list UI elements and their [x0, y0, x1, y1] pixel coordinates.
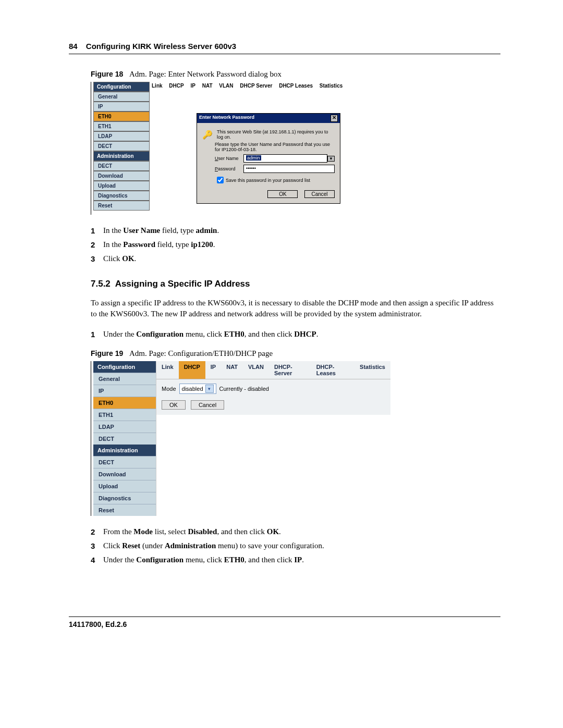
sidebar-item-eth0[interactable]: ETH0 — [93, 397, 156, 409]
tab-statistics[interactable]: Statistics — [354, 361, 390, 379]
step-text: Click OK. — [103, 254, 136, 263]
step-num: 3 — [91, 541, 103, 550]
step-text: In the Password field, type ip1200. — [103, 240, 215, 249]
tab-dhcp-server[interactable]: DHCP-Server — [269, 361, 311, 379]
figure-18-label: Figure 18 — [91, 70, 123, 78]
chevron-down-icon[interactable]: ▼ — [327, 156, 335, 162]
section-paragraph: To assign a specific IP address to the K… — [91, 298, 500, 319]
sidebar-item-dect2[interactable]: DECT — [93, 456, 156, 468]
step-text: Under the Configuration menu, click ETH0… — [103, 556, 304, 564]
tab-ip[interactable]: IP — [205, 361, 221, 379]
figure-18-caption: Figure 18 Adm. Page: Enter Network Passw… — [91, 70, 500, 79]
page-footer: 14117800, Ed.2.6 — [69, 616, 500, 628]
keys-icon: 🔑 — [202, 130, 213, 140]
tab-dhcp[interactable]: DHCP — [179, 361, 205, 379]
step-num: 1 — [91, 330, 103, 339]
cancel-button[interactable]: Cancel — [191, 400, 224, 410]
fig19-sidebar: Configuration General IP ETH0 ETH1 LDAP … — [93, 361, 156, 516]
mode-value: disabled — [182, 386, 203, 392]
dialog-msg-1: This secure Web Site (at 192.168.1.1) re… — [217, 129, 335, 140]
cancel-button[interactable]: Cancel — [304, 190, 335, 198]
tab-dhcp-server[interactable]: DHCP Server — [240, 83, 272, 89]
sidebar-item-dect[interactable]: DECT — [93, 433, 156, 445]
tab-statistics[interactable]: Statistics — [320, 83, 342, 89]
figure-18-title: Adm. Page: Enter Network Password dialog… — [129, 70, 282, 78]
sidebar-item-ip[interactable]: IP — [93, 385, 156, 397]
tab-ip[interactable]: IP — [190, 83, 195, 89]
step-text: From the Mode list, select Disabled, and… — [103, 527, 281, 536]
enter-network-password-dialog: Enter Network Password ✕ 🔑 This secure W… — [197, 113, 340, 204]
section-number: 7.5.2 — [91, 279, 111, 289]
page-number: 84 — [69, 42, 78, 51]
sidebar-item-ldap[interactable]: LDAP — [93, 421, 156, 433]
tab-vlan[interactable]: VLAN — [243, 361, 269, 379]
fig18-tabs: Link DHCP IP NAT VLAN DHCP Server DHCP L… — [150, 82, 458, 90]
tab-nat[interactable]: NAT — [221, 361, 243, 379]
sidebar-item-download[interactable]: Download — [93, 171, 150, 181]
sidebar-item-dect2[interactable]: DECT — [93, 161, 150, 171]
mode-label: Mode — [162, 386, 176, 392]
tab-dhcp[interactable]: DHCP — [169, 83, 183, 89]
mode-select[interactable]: disabled ▾ — [179, 384, 216, 394]
step-num: 4 — [91, 556, 103, 564]
figure-19-title: Adm. Page: Configuration/ETH0/DHCP page — [129, 349, 273, 357]
tab-nat[interactable]: NAT — [202, 83, 213, 89]
dialog-msg-2: Please type the User Name and Password t… — [215, 142, 335, 152]
steps-fig18: 1In the User Name field, type admin. 2In… — [91, 226, 500, 263]
figure-19-caption: Figure 19 Adm. Page: Configuration/ETH0/… — [91, 349, 500, 358]
step-pre-fig19: 1Under the Configuration menu, click ETH… — [91, 330, 500, 339]
step-text: Click Reset (under Administration menu) … — [103, 541, 324, 550]
username-field[interactable]: admin — [243, 154, 327, 163]
tab-vlan[interactable]: VLAN — [219, 83, 233, 89]
username-label: User Name — [215, 156, 243, 161]
sidebar-head-configuration: Configuration — [93, 82, 150, 92]
sidebar-item-ip[interactable]: IP — [93, 102, 150, 112]
step-num: 3 — [91, 254, 103, 263]
sidebar-item-general[interactable]: General — [93, 373, 156, 385]
step-text: Under the Configuration menu, click ETH0… — [103, 330, 318, 339]
sidebar-head-administration: Administration — [93, 151, 150, 161]
section-heading: 7.5.2 Assigning a Specific IP Address — [91, 279, 500, 289]
fig18-sidebar: Configuration General IP ETH0 ETH1 LDAP … — [93, 82, 150, 211]
sidebar-item-eth1[interactable]: ETH1 — [93, 409, 156, 421]
sidebar-item-general[interactable]: General — [93, 92, 150, 102]
figure-19-label: Figure 19 — [91, 349, 123, 357]
sidebar-item-eth1[interactable]: ETH1 — [93, 121, 150, 131]
sidebar-item-diagnostics[interactable]: Diagnostics — [93, 492, 156, 504]
fig19-tabs: Link DHCP IP NAT VLAN DHCP-Server DHCP-L… — [156, 361, 390, 379]
figure-19: Configuration General IP ETH0 ETH1 LDAP … — [91, 361, 500, 516]
sidebar-item-upload[interactable]: Upload — [93, 480, 156, 492]
sidebar-head-configuration: Configuration — [93, 361, 156, 373]
sidebar-item-diagnostics[interactable]: Diagnostics — [93, 191, 150, 201]
tab-dhcp-leases[interactable]: DHCP Leases — [279, 83, 313, 89]
sidebar-item-download[interactable]: Download — [93, 468, 156, 480]
step-text: In the User Name field, type admin. — [103, 226, 219, 235]
sidebar-item-dect[interactable]: DECT — [93, 141, 150, 151]
tab-dhcp-leases[interactable]: DHCP-Leases — [311, 361, 354, 379]
ok-button[interactable]: OK — [162, 400, 186, 410]
tab-link[interactable]: Link — [152, 83, 163, 89]
page-header: 84 Configuring KIRK Wireless Server 600v… — [69, 42, 500, 54]
password-label: Password — [215, 166, 243, 171]
step-num: 2 — [91, 527, 103, 536]
ok-button[interactable]: OK — [267, 190, 298, 198]
sidebar-item-eth0[interactable]: ETH0 — [93, 112, 150, 121]
chevron-down-icon[interactable]: ▾ — [205, 385, 214, 393]
save-password-label: Save this password in your password list — [226, 178, 310, 183]
sidebar-head-administration: Administration — [93, 445, 156, 456]
password-field[interactable]: •••••• — [243, 165, 335, 173]
dialog-titlebar: Enter Network Password ✕ — [197, 114, 340, 123]
save-password-checkbox[interactable] — [217, 177, 224, 183]
mode-status: Currently - disabled — [219, 386, 269, 392]
sidebar-item-upload[interactable]: Upload — [93, 181, 150, 191]
step-num: 2 — [91, 240, 103, 249]
sidebar-item-reset[interactable]: Reset — [93, 201, 150, 211]
page-title: Configuring KIRK Wireless Server 600v3 — [86, 42, 236, 51]
close-icon[interactable]: ✕ — [331, 115, 338, 122]
tab-link[interactable]: Link — [156, 361, 179, 379]
sidebar-item-reset[interactable]: Reset — [93, 504, 156, 516]
step-num: 1 — [91, 226, 103, 235]
sidebar-item-ldap[interactable]: LDAP — [93, 131, 150, 141]
section-title: Assigning a Specific IP Address — [115, 279, 250, 289]
steps-fig19: 2From the Mode list, select Disabled, an… — [91, 527, 500, 564]
